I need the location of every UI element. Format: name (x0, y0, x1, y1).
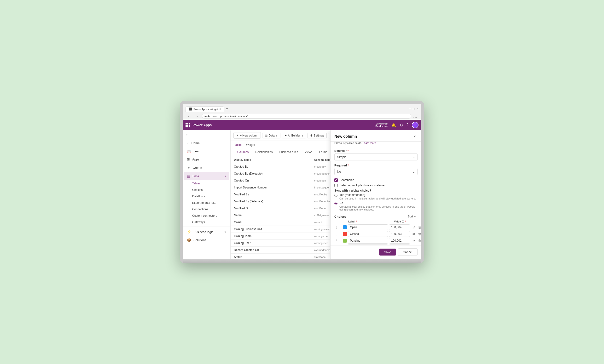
cell-display: Modified By (Delegate) (231, 198, 311, 205)
cell-display: Owning Team (231, 233, 311, 240)
save-button[interactable]: Save (379, 249, 396, 255)
forward-button[interactable]: → (194, 113, 200, 119)
drag-handle-icon[interactable]: ⋮⋮ (334, 232, 342, 236)
restore-button[interactable]: □ (413, 107, 415, 111)
app-header: Power Apps Environment Production 🔔 ⚙ ? (183, 120, 421, 130)
choice-color-swatch[interactable] (343, 239, 347, 243)
choice-delete-button[interactable]: 🗑 (417, 225, 421, 230)
sidebar-sub-custom-connectors[interactable]: Custom connectors (189, 213, 229, 219)
sidebar-sub-choices[interactable]: Choices (189, 187, 229, 193)
waffle-icon[interactable] (186, 123, 190, 127)
sidebar-item-apps[interactable]: ⊞ Apps (184, 155, 229, 163)
sidebar-item-business-logic[interactable]: ⚡ Business logic ∨ (184, 228, 229, 236)
panel-close-button[interactable]: × (412, 134, 417, 139)
new-column-button[interactable]: ＋ + New column (233, 132, 261, 139)
tab-views[interactable]: Views (301, 148, 316, 156)
drag-handle-icon[interactable]: ⋮⋮ (334, 239, 342, 243)
apps-icon: ⊞ (187, 157, 190, 161)
tab-columns[interactable]: Columns (234, 148, 252, 156)
sidebar-sub-export[interactable]: Export to data lake (189, 200, 229, 206)
settings-button[interactable]: ⚙ (400, 123, 403, 127)
sidebar-toggle[interactable]: ≡ (183, 130, 230, 139)
breadcrumb-tables[interactable]: Tables (234, 143, 242, 146)
settings-button[interactable]: ⚙ Settings (307, 133, 327, 138)
data-icon: ▤ (265, 134, 267, 137)
cancel-button[interactable]: Cancel (398, 248, 417, 256)
tab-business-rules[interactable]: Business rules (276, 148, 301, 156)
searchable-checkbox[interactable] (334, 178, 338, 182)
choice-value-input[interactable] (389, 238, 410, 243)
address-bar[interactable]: make.powerapps.com/environments/... (202, 114, 411, 119)
tab-close-button[interactable]: × (220, 108, 221, 110)
breadcrumb-sep: › (244, 143, 245, 146)
cell-display: Created By (Delegate) (231, 170, 311, 177)
browser-tab[interactable]: ⬛ Power Apps - Widget × (186, 106, 224, 112)
data-submenu: Tables Choices Dataflows Export to data … (189, 180, 230, 226)
multiple-choices-label: Selecting multiple choices is allowed (340, 184, 386, 187)
notification-button[interactable]: 🔔 (391, 123, 396, 127)
sync-global-label: Sync with a global choice? (334, 189, 417, 192)
sidebar: ≡ ⌂ Home 📖 Learn ⊞ Apps ＋ (183, 130, 231, 259)
sidebar-sub-connections[interactable]: Connections (189, 206, 229, 212)
choice-edit-button[interactable]: ⇄ (411, 231, 416, 237)
choice-color-swatch[interactable] (343, 232, 347, 236)
choices-header: Choices Sort ∨ (334, 214, 417, 219)
sort-chevron-icon: ∨ (414, 215, 416, 218)
cell-display: Created By (231, 163, 311, 170)
sync-global-field: Sync with a global choice? Yes (recommen… (334, 189, 417, 211)
choice-edit-button[interactable]: ⇄ (411, 238, 416, 243)
choice-delete-button[interactable]: 🗑 (417, 231, 421, 237)
sync-yes-radio[interactable] (334, 194, 338, 197)
sidebar-item-data[interactable]: ▦ Data ∧ (184, 172, 229, 180)
ai-icon: ✦ (285, 134, 287, 137)
tab-favicon: ⬛ (189, 108, 192, 111)
multiple-choices-checkbox[interactable] (334, 184, 338, 187)
sidebar-sub-tables[interactable]: Tables (189, 180, 229, 187)
behavior-select[interactable]: Simple Calculated Rollup (334, 154, 417, 160)
choice-color-swatch[interactable] (343, 225, 347, 229)
required-select[interactable]: No Business recommended Business require… (334, 168, 417, 175)
choice-value-input[interactable] (389, 231, 410, 237)
close-button[interactable]: × (416, 107, 418, 111)
user-avatar[interactable] (412, 122, 418, 128)
new-tab-button[interactable]: + (224, 106, 230, 112)
ai-builder-button[interactable]: ✦ AI Builder ∨ (282, 133, 306, 138)
sidebar-label-data: Data (192, 174, 199, 178)
sync-no-label: No (340, 201, 417, 205)
choice-delete-button[interactable]: 🗑 (417, 238, 421, 243)
choice-label-input[interactable] (348, 238, 388, 243)
browser-more-button[interactable]: ... (413, 114, 417, 119)
sort-button[interactable]: Sort ∨ (406, 214, 417, 219)
tab-relationships[interactable]: Relationships (252, 148, 276, 156)
new-column-panel: New column × Previously called fields. L… (330, 130, 421, 259)
ai-label: AI Builder (288, 134, 300, 137)
minimize-button[interactable]: − (409, 107, 411, 111)
sidebar-item-solutions[interactable]: 📦 Solutions (184, 236, 229, 244)
sidebar-sub-dataflows[interactable]: Dataflows (189, 193, 229, 199)
home-icon: ⌂ (187, 141, 189, 145)
settings-label: Settings (314, 134, 324, 137)
help-button[interactable]: ? (406, 123, 408, 127)
sidebar-label-learn: Learn (193, 149, 201, 153)
choice-value-input[interactable] (389, 224, 410, 230)
tab-forms[interactable]: Forms (316, 148, 330, 156)
sidebar-item-home[interactable]: ⌂ Home (184, 139, 229, 147)
cell-display: Owner (231, 219, 311, 226)
drag-handle-icon[interactable]: ⋮⋮ (334, 225, 342, 229)
sidebar-item-learn[interactable]: 📖 Learn (184, 147, 229, 155)
data-button[interactable]: ▤ Data ∨ (262, 133, 280, 138)
choice-edit-button[interactable]: ⇄ (411, 225, 416, 230)
business-logic-icon: ⚡ (187, 230, 191, 234)
choice-label-input[interactable] (348, 224, 388, 230)
learn-more-link[interactable]: Learn more (362, 142, 376, 145)
environment-badge[interactable]: Environment Production (375, 123, 388, 128)
sync-no-radio[interactable] (334, 202, 338, 205)
back-button[interactable]: ← (187, 113, 192, 119)
tab-title: Power Apps - Widget (193, 108, 218, 111)
cell-display: Owning User (231, 240, 311, 247)
sidebar-item-create[interactable]: ＋ Create (184, 164, 229, 172)
sidebar-sub-gateways[interactable]: Gateways (189, 219, 229, 225)
panel-footer: Save Cancel (330, 245, 421, 259)
panel-subtitle: Previously called fields. Learn more (330, 142, 421, 147)
choice-label-input[interactable] (348, 231, 388, 237)
